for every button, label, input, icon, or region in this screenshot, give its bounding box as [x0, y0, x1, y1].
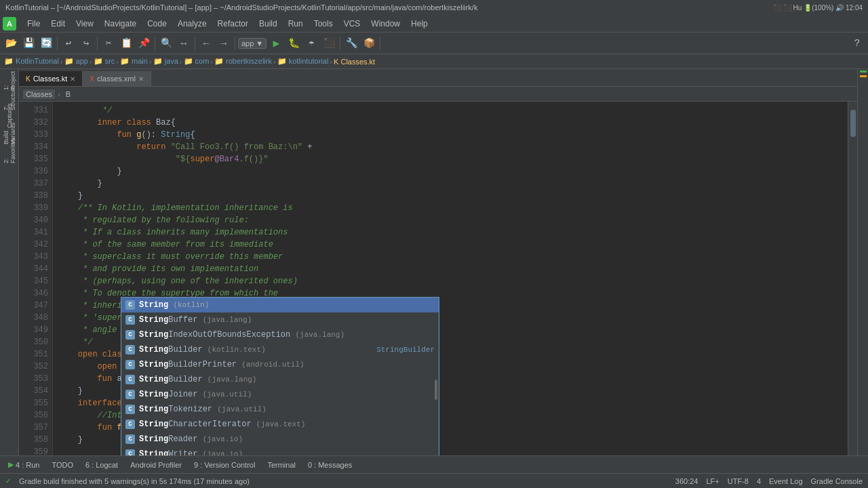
bottom-tab-vcs[interactable]: 9: Version Control — [189, 460, 260, 470]
help-button[interactable]: ? — [849, 35, 865, 52]
right-sidebar-indicator — [860, 70, 867, 73]
bottom-tab-terminal[interactable]: Terminal — [262, 460, 301, 470]
bottom-tab-messages[interactable]: 0: Messages — [302, 460, 357, 470]
menu-navigate[interactable]: Navigate — [99, 18, 142, 30]
bc-classes-kt[interactable]: K Classes.kt — [334, 58, 375, 66]
menu-edit[interactable]: Edit — [45, 18, 71, 30]
bottom-tab-profiler[interactable]: Android Profiler — [125, 460, 187, 470]
gradle-console-button[interactable]: Gradle Console — [811, 477, 863, 485]
menu-vcs[interactable]: VCS — [338, 18, 366, 30]
cbc-b[interactable]: B — [63, 89, 73, 99]
ac-item-stringbuilder-kotlin[interactable]: C StringBuilder (kotlin.text) StringBuil… — [121, 342, 439, 357]
bc-kotlintutorial2[interactable]: 📁 kotlintutorial — [277, 57, 329, 66]
tab-classes-kt[interactable]: K Classes.kt ✕ — [19, 71, 83, 86]
toolbar-separator-7 — [380, 37, 380, 50]
ac-type-icon-c5: C — [125, 360, 135, 369]
sync-button[interactable]: 🔄 — [38, 35, 54, 52]
paste-button[interactable]: 📌 — [136, 35, 152, 52]
code-line-332: inner class Baz{ — [58, 117, 842, 129]
menu-help[interactable]: Help — [406, 18, 433, 30]
code-editor[interactable]: */ inner class Baz{ fun g(): String{ ret… — [53, 102, 848, 455]
status-bar: ✓ Gradle build finished with 5 warnings(… — [0, 473, 868, 488]
ac-item-stringcharacteriterator[interactable]: C StringCharacterIterator (java.text) — [121, 417, 439, 432]
sdk-button[interactable]: 📦 — [361, 35, 377, 52]
right-sidebar — [857, 69, 868, 455]
tab-classes-xml[interactable]: X classes.xml ✕ — [83, 71, 151, 86]
replace-button[interactable]: ↔ — [176, 35, 192, 52]
code-line-341: * regulated by the following rule: — [58, 214, 842, 226]
code-line-345: * and provide its own implementation — [58, 263, 842, 275]
gradle-button[interactable]: 🔧 — [343, 35, 359, 52]
close-classes-kt[interactable]: ✕ — [70, 75, 75, 83]
ac-item-stringreader[interactable]: C StringReader (java.io) — [121, 432, 439, 447]
bc-main[interactable]: 📁 main — [120, 57, 148, 66]
breadcrumb: 📁 KotlinTutorial › 📁 app › 📁 src › 📁 mai… — [0, 54, 868, 69]
line-ending[interactable]: LF+ — [706, 477, 719, 485]
ac-item-string-kotlin[interactable]: C String (kotlin) — [121, 298, 439, 312]
debug-button[interactable]: 🐛 — [285, 35, 302, 52]
bottom-tab-todo[interactable]: TODO — [46, 460, 79, 470]
bc-robertkiszelirk[interactable]: 📁 robertkiszelirk — [214, 57, 272, 66]
ac-type-icon-c10: C — [125, 434, 135, 444]
scrollbar-thumb[interactable] — [850, 110, 856, 137]
bc-com[interactable]: 📁 com — [184, 57, 210, 66]
forward-button[interactable]: → — [216, 35, 232, 52]
ac-item-stringjoiner[interactable]: C StringJoiner (java.util) — [121, 387, 439, 402]
run-config-button[interactable]: ▶ — [268, 35, 284, 52]
menu-build[interactable]: Build — [254, 18, 283, 30]
event-log-button[interactable]: Event Log — [769, 477, 803, 485]
code-line-343: * of the same member from its immediate — [58, 239, 842, 251]
bc-kotlintutorial[interactable]: 📁 KotlinTutorial — [4, 57, 59, 66]
bc-app[interactable]: 📁 app — [64, 57, 88, 66]
menu-file[interactable]: File — [22, 18, 45, 30]
save-button[interactable]: 💾 — [20, 35, 37, 52]
indent[interactable]: 4 — [757, 477, 761, 485]
menu-tools[interactable]: Tools — [309, 18, 338, 30]
code-line-342: * If a class inherits many implementatio… — [58, 226, 842, 239]
editor-tabs: K Classes.kt ✕ X classes.xml ✕ — [19, 69, 857, 87]
right-scrollbar[interactable] — [848, 102, 857, 455]
open-button[interactable]: 📂 — [3, 35, 19, 52]
bottom-tab-run[interactable]: ▶ 4: Run — [3, 459, 45, 470]
toolbar-separator-1 — [57, 37, 58, 50]
coverage-button[interactable]: ☂ — [303, 35, 319, 52]
ac-item-stringbuilderprinter[interactable]: C StringBuilderPrinter (android.util) — [121, 357, 439, 372]
menu-run[interactable]: Run — [283, 18, 309, 30]
menu-code[interactable]: Code — [142, 18, 172, 30]
sidebar-icon-favorites[interactable]: 2: Favorites — [1, 142, 18, 160]
code-line-336: } — [58, 165, 842, 178]
menu-view[interactable]: View — [71, 18, 99, 30]
bc-java[interactable]: 📁 java — [153, 57, 178, 66]
search-button[interactable]: 🔍 — [158, 35, 174, 52]
ac-item-stringindexoutofboundsexception[interactable]: C StringIndexOutOfBoundsException (java.… — [121, 327, 439, 342]
status-message: Gradle build finished with 5 warnings(s)… — [19, 477, 667, 485]
stop-button[interactable]: ⬛ — [321, 35, 337, 52]
code-line-344: * superclass it must override this membe… — [58, 251, 842, 263]
ac-item-stringbuffer[interactable]: C StringBuffer (java.lang) — [121, 312, 439, 327]
cut-button[interactable]: ✂ — [100, 35, 117, 52]
bottom-tab-logcat[interactable]: 6: Logcat — [80, 460, 123, 470]
ac-item-stringtokenizer[interactable]: C StringTokenizer (java.util) — [121, 402, 439, 417]
back-button[interactable]: ← — [198, 35, 214, 52]
code-line-337: } — [58, 178, 842, 190]
undo-button[interactable]: ↩ — [60, 35, 77, 52]
app-selector[interactable]: app ▼ — [238, 38, 267, 49]
copy-button[interactable]: 📋 — [118, 35, 134, 52]
code-line-331: */ — [58, 104, 842, 117]
ac-type-icon-c3: C — [125, 330, 135, 340]
redo-button[interactable]: ↪ — [78, 35, 94, 52]
ac-item-stringbuilder-java[interactable]: C StringBuilder (java.lang) — [121, 372, 439, 387]
toolbar-separator-2 — [97, 37, 98, 50]
class-breadcrumb: Classes › B — [19, 87, 857, 102]
menu-refactor[interactable]: Refactor — [212, 18, 254, 30]
cursor-position[interactable]: 360:24 — [675, 477, 698, 485]
ac-item-stringwriter[interactable]: C StringWriter (java.io) — [121, 447, 439, 455]
bc-src[interactable]: 📁 src — [94, 57, 115, 66]
ac-type-icon-c2: C — [125, 315, 135, 325]
ac-type-icon-c4: C — [125, 345, 135, 354]
menu-window[interactable]: Window — [366, 18, 406, 30]
cbc-classes[interactable]: Classes — [23, 89, 55, 99]
close-classes-xml[interactable]: ✕ — [138, 75, 144, 83]
menu-analyze[interactable]: Analyze — [172, 18, 212, 30]
charset[interactable]: UTF-8 — [728, 477, 749, 485]
